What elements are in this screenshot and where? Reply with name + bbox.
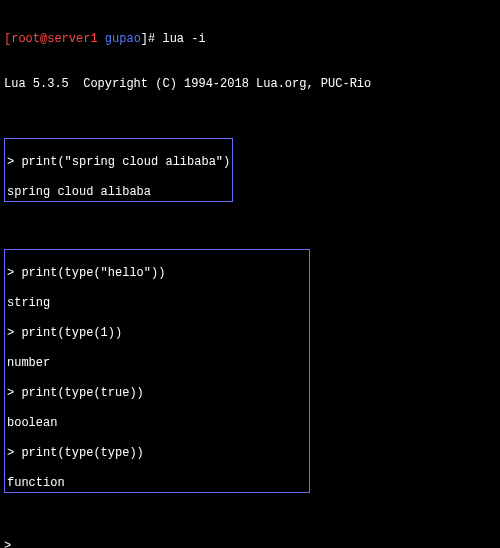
repl-output: function xyxy=(7,476,307,491)
repl-output: spring cloud alibaba xyxy=(7,185,230,200)
repl-output: string xyxy=(7,296,307,311)
terminal[interactable]: [root@server1 gupao]# lua -i Lua 5.3.5 C… xyxy=(0,0,500,548)
example-block-2: > print(type("hello")) string > print(ty… xyxy=(4,249,310,493)
repl-output: boolean xyxy=(7,416,307,431)
shell-prompt-line: [root@server1 gupao]# lua -i xyxy=(4,32,496,47)
lua-banner: Lua 5.3.5 Copyright (C) 1994-2018 Lua.or… xyxy=(4,77,496,92)
repl-prompt-empty: > xyxy=(4,539,496,548)
prompt-path: gupao xyxy=(105,32,141,46)
example-block-1: > print("spring cloud alibaba") spring c… xyxy=(4,138,233,202)
prompt-end: ]# xyxy=(141,32,163,46)
prompt-host: [root@server1 xyxy=(4,32,105,46)
repl-input: > print(type(1)) xyxy=(7,326,307,341)
repl-input: > print(type(true)) xyxy=(7,386,307,401)
repl-input: > print("spring cloud alibaba") xyxy=(7,155,230,170)
repl-input: > print(type("hello")) xyxy=(7,266,307,281)
repl-input: > print(type(type)) xyxy=(7,446,307,461)
repl-output: number xyxy=(7,356,307,371)
shell-command: lua -i xyxy=(162,32,205,46)
